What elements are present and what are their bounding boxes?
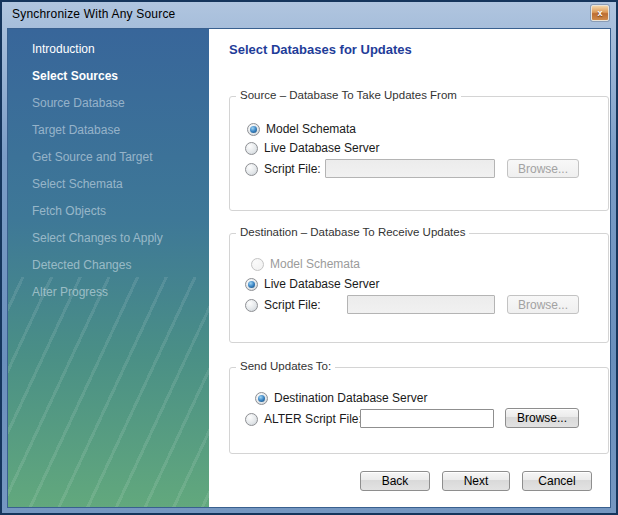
step-alter-progress: Alter Progress: [8, 279, 209, 306]
radio-row-script-file: Script File:: [245, 162, 321, 176]
radio-row-script-file: Script File:: [245, 298, 321, 312]
window-title: Synchronize With Any Source: [2, 7, 175, 21]
step-target-database: Target Database: [8, 117, 209, 144]
radio-label[interactable]: Live Database Server: [264, 277, 379, 291]
cancel-button[interactable]: Cancel: [522, 471, 592, 491]
radio-alter-script-file[interactable]: [245, 413, 258, 426]
group-send-updates-title: Send Updates To:: [236, 360, 335, 372]
main-panel: Select Databases for Updates Source – Da…: [209, 29, 610, 507]
step-select-schemata: Select Schemata: [8, 171, 209, 198]
radio-destination-database-server[interactable]: [255, 392, 268, 405]
radio-label[interactable]: ALTER Script File:: [264, 412, 362, 426]
titlebar[interactable]: Synchronize With Any Source x: [2, 2, 616, 26]
radio-row-destination-database-server: Destination Database Server: [255, 391, 427, 405]
page-title: Select Databases for Updates: [229, 42, 610, 57]
radio-row-live-database-server: Live Database Server: [245, 141, 379, 155]
group-destination: Destination – Database To Receive Update…: [229, 233, 609, 343]
radio-row-alter-script-file: ALTER Script File:: [245, 412, 362, 426]
radio-script-file[interactable]: [245, 163, 258, 176]
group-source-title: Source – Database To Take Updates From: [236, 89, 461, 101]
back-button[interactable]: Back: [360, 471, 430, 491]
step-select-changes-to-apply: Select Changes to Apply: [8, 225, 209, 252]
step-get-source-and-target: Get Source and Target: [8, 144, 209, 171]
source-script-file-input[interactable]: [325, 159, 495, 178]
radio-row-model-schemata: Model Schemata: [251, 257, 360, 271]
step-source-database: Source Database: [8, 90, 209, 117]
close-icon: x: [597, 9, 602, 18]
step-introduction: Introduction: [8, 36, 209, 63]
group-destination-title: Destination – Database To Receive Update…: [236, 226, 469, 238]
radio-model-schemata[interactable]: [251, 258, 264, 271]
alter-browse-button[interactable]: Browse...: [505, 408, 579, 428]
radio-label[interactable]: Script File:: [264, 162, 321, 176]
radio-row-live-database-server: Live Database Server: [245, 277, 379, 291]
radio-label[interactable]: Script File:: [264, 298, 321, 312]
destination-script-file-input[interactable]: [347, 295, 495, 314]
group-source: Source – Database To Take Updates From M…: [229, 96, 609, 211]
wizard-steps-sidebar: Introduction Select Sources Source Datab…: [8, 29, 209, 507]
source-browse-button[interactable]: Browse...: [507, 159, 579, 178]
footer-buttons: Back Next Cancel: [360, 471, 592, 491]
wizard-window: Synchronize With Any Source x Introducti…: [0, 0, 618, 515]
radio-live-database-server[interactable]: [245, 142, 258, 155]
alter-script-file-input[interactable]: [360, 409, 494, 428]
window-content: Introduction Select Sources Source Datab…: [7, 28, 611, 508]
destination-browse-button[interactable]: Browse...: [507, 295, 579, 314]
group-send-updates-to: Send Updates To: Destination Database Se…: [229, 367, 609, 454]
next-button[interactable]: Next: [442, 471, 510, 491]
radio-model-schemata[interactable]: [247, 123, 260, 136]
step-detected-changes: Detected Changes: [8, 252, 209, 279]
radio-row-model-schemata: Model Schemata: [247, 122, 356, 136]
step-select-sources: Select Sources: [8, 63, 209, 90]
radio-label[interactable]: Model Schemata: [266, 122, 356, 136]
step-fetch-objects: Fetch Objects: [8, 198, 209, 225]
radio-script-file[interactable]: [245, 299, 258, 312]
radio-live-database-server[interactable]: [245, 278, 258, 291]
radio-label[interactable]: Model Schemata: [270, 257, 360, 271]
close-button[interactable]: x: [591, 5, 609, 21]
radio-label[interactable]: Destination Database Server: [274, 391, 427, 405]
radio-label[interactable]: Live Database Server: [264, 141, 379, 155]
